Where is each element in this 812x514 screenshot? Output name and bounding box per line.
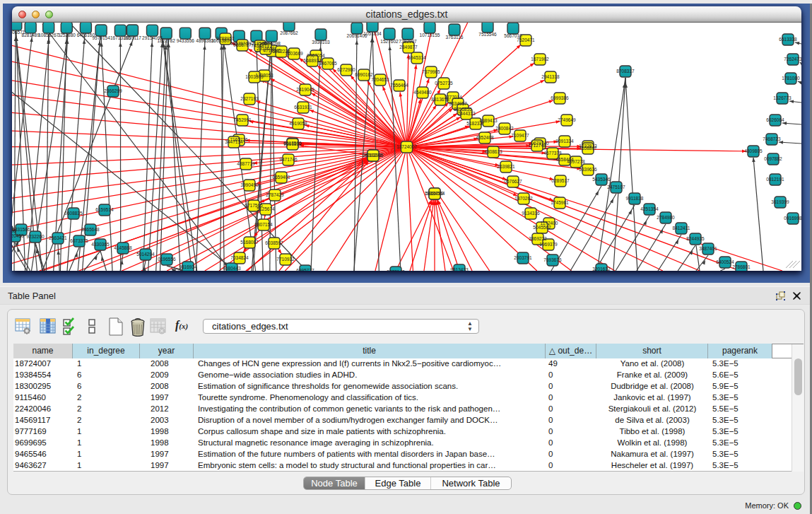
svg-text:1051834: 1051834 (363, 31, 382, 36)
svg-text:2786801: 2786801 (732, 264, 751, 269)
svg-text:0916998: 0916998 (784, 216, 801, 221)
svg-text:7204653: 7204653 (371, 77, 389, 82)
svg-text:5435346: 5435346 (592, 177, 611, 182)
svg-text:7749649: 7749649 (558, 117, 576, 122)
svg-text:6038597: 6038597 (265, 240, 283, 245)
svg-text:3619399: 3619399 (771, 199, 789, 204)
svg-text:7693676: 7693676 (543, 257, 562, 262)
svg-text:1822782: 1822782 (158, 38, 176, 43)
svg-text:1870262: 1870262 (514, 196, 533, 201)
svg-text:9471746: 9471746 (279, 157, 298, 162)
svg-text:6513338: 6513338 (779, 37, 797, 42)
svg-text:7603669: 7603669 (285, 51, 303, 56)
svg-text:6995777: 6995777 (296, 268, 314, 271)
svg-text:3447134: 3447134 (225, 139, 243, 144)
svg-text:2563421: 2563421 (49, 235, 67, 240)
svg-text:6026064: 6026064 (766, 117, 784, 122)
svg-text:5125674: 5125674 (257, 206, 275, 211)
svg-text:0752735: 0752735 (435, 81, 453, 86)
svg-text:8281489: 8281489 (22, 33, 40, 37)
svg-text:2849877: 2849877 (399, 45, 418, 49)
svg-text:0097882: 0097882 (764, 156, 782, 161)
svg-text:5168087: 5168087 (240, 240, 259, 245)
svg-text:9091334: 9091334 (555, 139, 574, 144)
svg-text:2620450: 2620450 (12, 233, 24, 238)
svg-text:25302035: 25302035 (363, 153, 384, 158)
svg-text:3869222: 3869222 (529, 236, 547, 241)
svg-text:9570154: 9570154 (92, 35, 110, 40)
svg-text:7710932: 7710932 (276, 257, 295, 262)
svg-text:7379965: 7379965 (422, 69, 440, 74)
svg-text:5014294: 5014294 (136, 252, 155, 257)
svg-text:10853267: 10853267 (38, 33, 59, 37)
svg-text:0659401: 0659401 (272, 175, 290, 180)
svg-text:4808613: 4808613 (484, 149, 502, 154)
svg-text:1781080: 1781080 (782, 76, 800, 81)
svg-text:3634957: 3634957 (449, 101, 467, 106)
svg-text:8465648: 8465648 (81, 227, 100, 232)
svg-text:4145868: 4145868 (114, 245, 132, 250)
svg-text:9911838: 9911838 (626, 196, 644, 201)
svg-text:6999386: 6999386 (551, 95, 569, 100)
svg-text:8412411: 8412411 (673, 226, 690, 230)
svg-text:4309805: 4309805 (744, 148, 763, 153)
svg-text:4251354: 4251354 (640, 206, 659, 211)
svg-text:5331586: 5331586 (12, 227, 30, 232)
svg-text:6990162: 6990162 (355, 72, 373, 77)
svg-text:8708317: 8708317 (616, 69, 635, 74)
svg-text:2366299: 2366299 (104, 88, 122, 93)
svg-text:2784980: 2784980 (657, 215, 675, 220)
svg-text:2003791: 2003791 (514, 255, 532, 260)
svg-text:1326773: 1326773 (773, 95, 792, 100)
svg-text:9513433: 9513433 (450, 267, 469, 271)
svg-text:3930103: 3930103 (312, 40, 330, 45)
svg-text:2788957: 2788957 (216, 36, 235, 41)
svg-text:3763116: 3763116 (446, 35, 464, 40)
svg-text:7520471: 7520471 (517, 37, 535, 42)
svg-text:5339636: 5339636 (579, 167, 597, 172)
svg-text:7262473: 7262473 (784, 57, 801, 62)
svg-text:7468723: 7468723 (763, 136, 781, 141)
svg-text:6159514: 6159514 (95, 207, 114, 212)
svg-text:4887719: 4887719 (237, 161, 255, 166)
svg-text:6631931: 6631931 (294, 105, 312, 110)
svg-text:7382997: 7382997 (399, 39, 417, 44)
svg-text:4997278: 4997278 (567, 159, 585, 164)
svg-text:9433556: 9433556 (177, 38, 195, 43)
svg-text:8244935: 8244935 (686, 236, 705, 241)
svg-text:9361832: 9361832 (283, 141, 302, 146)
svg-text:5045562: 5045562 (533, 225, 551, 230)
svg-text:4989413: 4989413 (479, 118, 498, 123)
svg-text:7452991: 7452991 (233, 117, 252, 122)
svg-text:2087662: 2087662 (280, 30, 298, 35)
svg-text:2327193: 2327193 (240, 96, 259, 101)
svg-text:0196556: 0196556 (158, 257, 176, 262)
svg-text:4677378: 4677378 (543, 151, 562, 156)
svg-text:6272980: 6272980 (337, 67, 355, 72)
svg-text:1969379: 1969379 (539, 242, 558, 247)
svg-text:6807154: 6807154 (254, 222, 273, 227)
svg-text:4352408: 4352408 (476, 135, 494, 140)
svg-text:6073375: 6073375 (70, 238, 88, 243)
svg-text:2475107: 2475107 (607, 185, 625, 189)
svg-text:1712748: 1712748 (528, 143, 546, 148)
svg-text:3487401: 3487401 (699, 246, 717, 251)
svg-text:9134316: 9134316 (522, 211, 540, 216)
svg-text:3990490: 3990490 (240, 182, 259, 187)
svg-text:3252880: 3252880 (58, 33, 76, 37)
svg-text:7556464: 7556464 (390, 83, 408, 88)
svg-text:4330365: 4330365 (91, 242, 110, 247)
svg-text:9868727: 9868727 (233, 42, 252, 47)
svg-text:4680443: 4680443 (223, 266, 241, 271)
svg-text:3467065: 3467065 (319, 61, 337, 66)
svg-text:6400524: 6400524 (716, 259, 734, 264)
svg-text:2941318: 2941318 (541, 74, 560, 79)
svg-text:3872148: 3872148 (387, 269, 405, 271)
svg-text:7109477: 7109477 (511, 133, 529, 138)
svg-text:9816934: 9816934 (179, 264, 197, 269)
svg-text:18724007: 18724007 (396, 144, 417, 149)
svg-text:10719155: 10719155 (420, 33, 440, 37)
svg-text:3039117: 3039117 (124, 35, 141, 40)
svg-text:9232260: 9232260 (26, 234, 45, 239)
svg-text:3201632: 3201632 (592, 267, 611, 271)
